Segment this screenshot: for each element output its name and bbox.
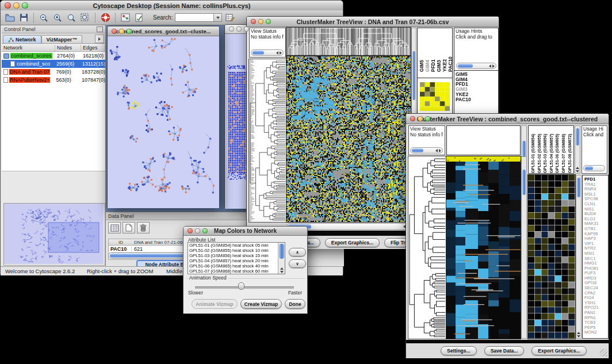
move-up-button[interactable]: ∧ [289,248,306,256]
zoom-window-button[interactable] [425,116,430,121]
column-label[interactable]: GPL51-04 (GSM857) [549,127,554,173]
close-button[interactable] [410,116,415,121]
view-status-hscrollbar[interactable] [410,147,443,154]
zoom-selected-icon[interactable] [66,12,77,24]
column-label[interactable]: YKE2 [442,29,447,72]
minimize-button[interactable] [119,29,124,34]
animation-speed-slider-track[interactable] [195,286,294,289]
mini-heatmap[interactable] [420,82,450,111]
help-lifebuoy-icon[interactable] [100,12,111,24]
scrollbar-thumb[interactable] [585,166,593,170]
scrollbar-thumb[interactable] [458,64,473,68]
zoom-in-icon[interactable] [52,12,63,24]
annotation-panel-icon[interactable] [133,12,145,24]
create-vizmap-button[interactable]: Create Vizmap [240,299,282,309]
attribute-item[interactable]: GPL51-04 (GSM857) heat shock 20 min [188,258,285,263]
move-down-button[interactable]: ∨ [289,259,306,268]
select-attributes-button[interactable] [108,222,121,233]
delete-attribute-button[interactable] [137,222,150,233]
attribute-item[interactable]: GPL51-01 (GSM854) heat shock 05 min [188,243,285,248]
column-labels-vscrollbar-2[interactable] [575,125,580,174]
column-label[interactable]: GPL51-07 (GSM868) [561,127,567,173]
scrollbar-thumb[interactable] [577,178,580,197]
close-button[interactable] [251,19,256,24]
resize-grip[interactable] [600,349,607,357]
vizmapper-panel-icon[interactable] [120,12,131,24]
minimize-button[interactable] [418,116,423,121]
treeview2-button[interactable]: Export Graphics... [531,346,586,355]
column-label[interactable]: GIM4 [425,29,430,72]
scrollbar-thumb[interactable] [279,244,284,259]
usage-hints-hscrollbar[interactable] [456,63,496,69]
zoom-heatmap[interactable] [528,175,575,339]
scrollbar-thumb[interactable] [412,148,423,152]
column-label[interactable]: GIM3 [437,29,442,72]
scrollbar-thumb[interactable] [253,51,264,55]
row-label[interactable]: PAC10 [454,97,471,102]
minimize-button[interactable] [13,2,20,9]
view-status-hscrollbar[interactable] [251,49,284,56]
column-label[interactable]: GIM5 [419,29,424,72]
done-button[interactable]: Done [285,299,305,309]
minimize-button[interactable] [258,19,263,24]
column-edges[interactable]: Edges [81,45,105,51]
gene-list-vscrollbar[interactable] [576,175,582,339]
scrollbar-thumb[interactable] [522,170,526,195]
search-dropdown-arrow[interactable] [213,14,221,21]
network-row[interactable]: DNA and Tran 07 769(0) 183728(0) [2,68,105,76]
network-row[interactable]: combined_sco 2569(6) 13112(15) [2,60,105,68]
network-row[interactable]: combined_scores 2764(0) 16218(0) [2,52,105,60]
zoom-window-button[interactable] [22,2,28,9]
row-dendrogram[interactable] [408,156,446,339]
attribute-table-icon[interactable] [224,12,236,24]
treeview2-button[interactable]: Save Data... [484,346,525,355]
zoom-fit-icon[interactable] [79,12,91,24]
close-button[interactable] [188,228,193,233]
gene-label[interactable]: MON2 [583,330,608,335]
column-label[interactable]: GPL51-03 (GSM856) [542,127,548,173]
treeview2-button[interactable]: Settings... [441,346,477,355]
minimize-button[interactable] [195,228,200,233]
heatmap-vscrollbar[interactable] [521,156,527,339]
animate-vizmap-button[interactable]: Animate Vizmap [192,299,238,309]
tab-overflow-button[interactable] [95,35,104,43]
column-label[interactable]: GPL51-02 (GSM855) [537,127,542,173]
column-id[interactable]: ID [109,240,132,245]
column-label[interactable]: GPL51-08 (GSM872) [567,127,573,173]
heatmap-view[interactable] [286,56,411,222]
tab-network[interactable]: Network [3,35,41,43]
zoom-window-button[interactable] [127,29,132,34]
float-panel-icon[interactable] [97,26,103,32]
animation-speed-slider-thumb[interactable] [238,282,244,290]
row-dendrogram[interactable] [249,59,286,222]
scrollbar-thumb[interactable] [576,128,579,145]
close-button[interactable] [5,2,11,9]
close-button[interactable] [229,26,234,32]
column-dendrogram[interactable] [286,28,411,55]
heatmap-view[interactable] [446,156,521,339]
save-icon[interactable] [18,12,29,24]
column-label[interactable]: GPL51-06 (GSM865) [554,127,560,173]
scrollbar-thumb[interactable] [412,51,415,100]
column-label[interactable]: PAC10 [448,29,453,72]
new-attribute-button[interactable] [123,222,135,233]
column-network[interactable]: Network [2,45,55,51]
column-nodes[interactable]: Nodes [55,45,81,51]
network-overview[interactable] [3,203,105,266]
open-folder-icon[interactable] [4,12,16,24]
zoom-window-button[interactable] [202,228,208,233]
column-dendrogram-area[interactable] [446,125,521,155]
network-row[interactable]: RNAPuberNov2+ 563(0) 107847(0) [2,76,105,84]
zoom-window-button[interactable] [266,19,271,24]
attribute-item[interactable]: GPL51-06 (GSM865) heat shock 40 min [188,263,285,269]
attribute-list-vscrollbar[interactable] [278,243,285,274]
tab-vizmapper[interactable]: VizMapper™ [41,35,83,43]
network-view-canvas[interactable] [108,36,219,208]
treeview1-button[interactable]: Export Graphics... [325,238,380,247]
search-input[interactable] [175,13,222,22]
attribute-item[interactable]: GPL51-03 (GSM856) heat shock 15 min [188,253,285,258]
minimize-button[interactable] [236,26,242,32]
network-overview-canvas[interactable] [4,204,104,264]
zoom-out-icon[interactable] [38,12,49,24]
zoom-window-button[interactable] [244,26,249,32]
